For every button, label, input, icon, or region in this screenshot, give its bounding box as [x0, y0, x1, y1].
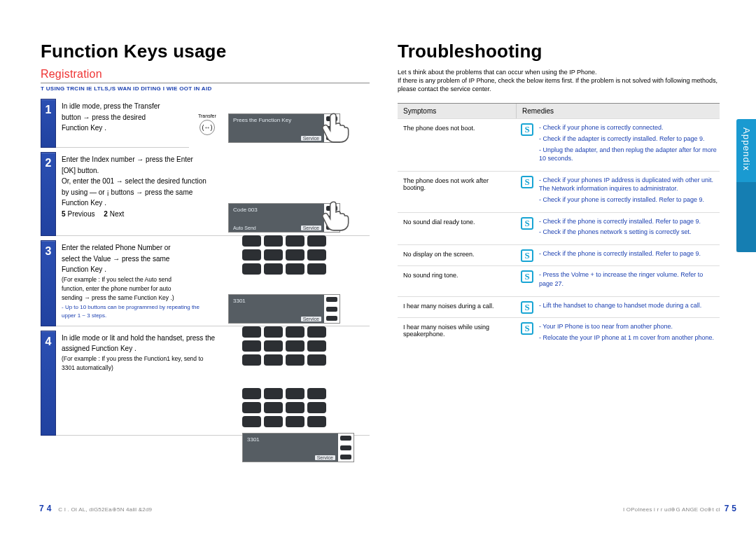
s-badge: S: [517, 245, 538, 266]
s-badge: S: [517, 119, 538, 170]
s-badge: S: [517, 213, 538, 244]
table-row: No sound ring tone.S- Press the Volme + …: [398, 265, 720, 296]
s-badge: S: [517, 297, 538, 318]
trouble-table: Symptoms Remedies The phone does not boo…: [398, 103, 720, 349]
th-symptoms: Symptoms: [398, 104, 517, 118]
page-title-left: Function Keys usage: [41, 41, 370, 62]
step-body: In idle mode, press the Transfer button …: [56, 99, 189, 148]
transfer-label: Transfer: [198, 113, 216, 118]
illus-step3: 3301 Service: [228, 294, 340, 366]
divider: [41, 83, 370, 83]
page-title-right: Troubleshooting: [398, 41, 720, 62]
table-row: The phone does not boot.S- Check if your…: [398, 118, 720, 170]
symptom-cell: I hear many noises while using speakerph…: [398, 318, 517, 349]
symptom-cell: The phone does not work after booting.: [398, 172, 517, 212]
table-row: No display on the screen.S- Check if the…: [398, 244, 720, 266]
illus-step1: Prees the Function Key Service: [228, 113, 340, 143]
transfer-icon: (↔): [200, 120, 215, 135]
transfer-button-illus: Transfer (↔): [198, 113, 216, 135]
right-page: Troubleshooting Let s think about the pr…: [398, 41, 720, 349]
table-row: I hear many noises during a call.S- Lift…: [398, 296, 720, 318]
s-badge: S: [517, 266, 538, 296]
page-number-75: I OPolnees i r r ud⊕G ANGE Oc⊕t cl75: [623, 504, 739, 513]
illus-step2: Code 003 Auto Send Service: [228, 203, 340, 275]
s-badge: S: [517, 172, 538, 212]
s-badge: S: [517, 318, 538, 349]
table-row: No sound dial ready tone.S- Check if the…: [398, 212, 720, 244]
symptom-cell: No sound dial ready tone.: [398, 213, 517, 244]
symptom-cell: The phone does not boot.: [398, 119, 517, 170]
step-number: 1: [41, 99, 56, 148]
illus-step4: 3301 Service: [242, 385, 354, 462]
appendix-tab: Appendix: [736, 119, 756, 252]
th-remedies: Remedies: [517, 104, 720, 118]
remedy-cell: - Lift the handset to change to handset …: [538, 297, 720, 318]
remedy-cell: - Check if your phone is correctly conne…: [538, 119, 720, 170]
intro-text: Let s think about the problems that can …: [398, 68, 720, 93]
subnote: T USING TRCIN IE LTLS,/S WAN ID DITING I…: [41, 85, 370, 92]
symptom-cell: No sound ring tone.: [398, 266, 517, 296]
step-number: 3: [41, 240, 56, 326]
remedy-cell: - Check if the phone is correctly instal…: [538, 213, 720, 244]
page-number-74: 74C I . OI AL, diG52Ea⊕5N 4alil &2d9: [39, 504, 152, 513]
table-row: I hear many noises while using speakerph…: [398, 317, 720, 349]
symptom-cell: No display on the screen.: [398, 245, 517, 266]
table-row: The phone does not work after booting.S-…: [398, 171, 720, 212]
remedy-cell: - Check if the phone is correctly instal…: [538, 245, 720, 266]
remedy-cell: - Press the Volme + to increase the ring…: [538, 266, 720, 296]
table-header: Symptoms Remedies: [398, 104, 720, 118]
step-number: 4: [41, 331, 56, 436]
remedy-cell: - Your IP Phone is too near from another…: [538, 318, 720, 349]
step-number: 2: [41, 152, 56, 236]
remedy-cell: - Check if your phones IP address is dup…: [538, 172, 720, 212]
section-registration: Registration: [41, 68, 370, 81]
symptom-cell: I hear many noises during a call.: [398, 297, 517, 318]
